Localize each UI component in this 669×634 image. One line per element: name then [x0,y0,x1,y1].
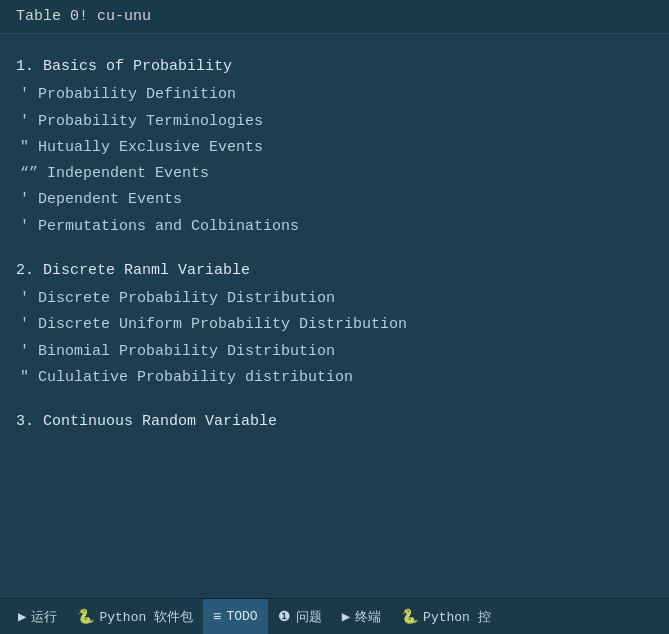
list-item: " Cululative Probability distribution [16,365,653,391]
python-ctrl-label: Python 控 [423,608,491,626]
list-item: ' Permutations and Colbinations [16,214,653,240]
status-python-packages[interactable]: 🐍 Python 软件包 [67,599,203,634]
terminal-label: 终端 [355,608,381,626]
run-icon: ▶ [18,608,26,625]
list-item: ' Binomial Probability Distribution [16,339,653,365]
list-item: ' Dependent Events [16,187,653,213]
python-packages-label: Python 软件包 [99,608,193,626]
problems-label: 问题 [296,608,322,626]
status-run[interactable]: ▶ 运行 [8,599,67,634]
list-item: ' Probability Definition [16,82,653,108]
list-item: " Hutually Exclusive Events [16,135,653,161]
status-python-ctrl[interactable]: 🐍 Python 控 [391,599,501,634]
terminal-icon: ▶ [342,608,350,625]
status-todo[interactable]: ≡ TODO [203,599,268,634]
run-label: 运行 [31,608,57,626]
list-item: ' Probability Terminologies [16,109,653,135]
title-text: Table 0! cu-unu [16,8,151,25]
status-problems[interactable]: ❶ 问题 [268,599,332,634]
problems-icon: ❶ [278,608,291,625]
todo-label: TODO [226,609,257,624]
main-content: 1. Basics of Probability ' Probability D… [0,34,669,598]
python-icon: 🐍 [77,608,94,625]
list-item: ' Discrete Probability Distribution [16,286,653,312]
list-item: “” Independent Events [16,161,653,187]
title-bar: Table 0! cu-unu [0,0,669,34]
section-2-header: 2. Discrete Ranml Variable [16,258,653,284]
section-3-header: 3. Continuous Random Variable [16,409,653,435]
python-ctrl-icon: 🐍 [401,608,418,625]
section-1-header: 1. Basics of Probability [16,54,653,80]
status-terminal[interactable]: ▶ 终端 [332,599,391,634]
todo-icon: ≡ [213,609,221,625]
status-bar: ▶ 运行 🐍 Python 软件包 ≡ TODO ❶ 问题 ▶ 终端 🐍 Pyt… [0,598,669,634]
list-item: ' Discrete Uniform Probability Distribut… [16,312,653,338]
